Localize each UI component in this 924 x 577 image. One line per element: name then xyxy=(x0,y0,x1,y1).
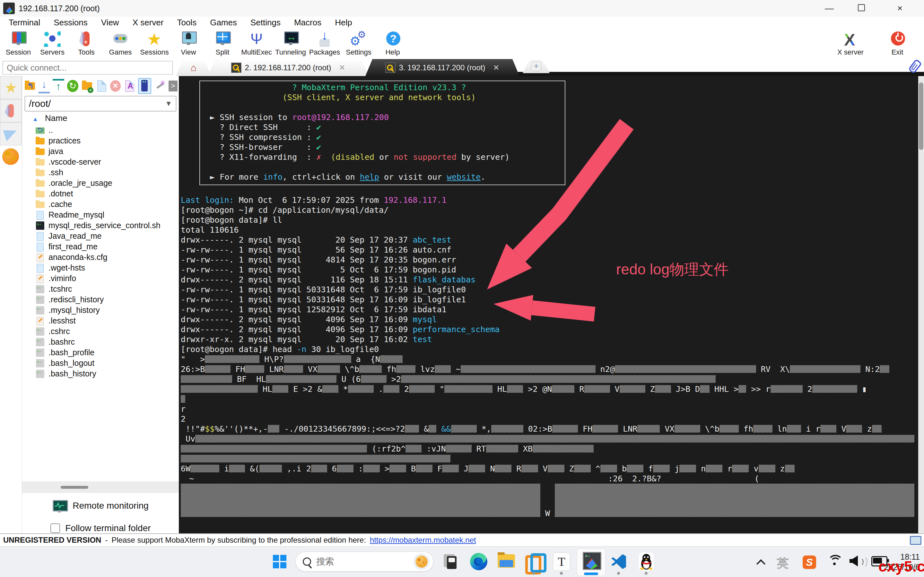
scrollbar-thumb[interactable] xyxy=(919,82,923,150)
file-row[interactable]: .lesshst xyxy=(25,316,177,326)
remote-monitoring-button[interactable]: Remote monitoring xyxy=(22,498,179,513)
menu-terminal[interactable]: Terminal xyxy=(2,17,47,29)
file-row[interactable]: .viminfo xyxy=(25,273,177,284)
toolbar-xserver-button[interactable]: X server xyxy=(834,29,868,58)
toolbar-packages-button[interactable]: Packages xyxy=(308,29,342,58)
toolbar-servers-button[interactable]: Servers xyxy=(35,29,69,58)
file-row[interactable]: anaconda-ks.cfg xyxy=(25,252,177,263)
file-row[interactable]: practices xyxy=(25,135,177,146)
minimize-button[interactable]: — xyxy=(816,0,843,17)
menu-view[interactable]: View xyxy=(94,17,126,29)
toolbar-sessions-button[interactable]: ★Sessions xyxy=(137,29,171,58)
tab-session-3-active[interactable]: 3. 192.168.117.200 (root) ✕ xyxy=(365,59,519,76)
taskbar-file-explorer-icon[interactable] xyxy=(496,551,517,572)
file-row[interactable]: Readme_mysql xyxy=(25,210,177,220)
tray-expand-icon[interactable] xyxy=(756,559,765,568)
close-button[interactable]: × xyxy=(886,0,914,17)
file-row[interactable]: .bashrc xyxy=(25,337,177,347)
filebar-rename-button[interactable]: A xyxy=(124,80,135,92)
taskbar-mobaxterm-icon-active[interactable] xyxy=(577,548,606,576)
file-row[interactable]: .mysql_history xyxy=(25,305,177,316)
folder-pale-icon xyxy=(35,179,45,187)
filebar-download-button[interactable]: ↓ xyxy=(39,79,50,93)
file-row[interactable]: .ssh xyxy=(25,167,177,178)
menu-help[interactable]: Help xyxy=(328,17,359,29)
file-row[interactable]: .tcshrc xyxy=(25,284,177,294)
file-row[interactable]: .wget-hsts xyxy=(25,263,177,273)
toolbar-settings-button[interactable]: Settings xyxy=(342,29,376,58)
statusbar-monitor-icon[interactable] xyxy=(910,536,921,545)
toolbar-session-button[interactable]: Session xyxy=(1,29,35,58)
tab-close-icon[interactable]: ✕ xyxy=(493,63,499,72)
filebar-wand-button[interactable] xyxy=(154,80,166,92)
taskbar-qq-icon[interactable] xyxy=(636,551,657,572)
quick-connect-input[interactable] xyxy=(3,61,173,74)
terminal-area[interactable]: ? MobaXterm Personal Edition v23.3 ? (SS… xyxy=(179,76,924,533)
filebar-open-terminal-button[interactable] xyxy=(138,78,151,94)
toolbar-exit-button[interactable]: Exit xyxy=(880,29,914,58)
filebar-new-folder-button[interactable]: + xyxy=(81,80,93,92)
tab-home[interactable]: ⌂ xyxy=(176,59,211,76)
checkbox-unchecked[interactable] xyxy=(50,524,60,533)
rail-macros-plane[interactable] xyxy=(0,122,22,145)
binary-noise xyxy=(812,385,857,393)
tab-close-icon[interactable]: ✕ xyxy=(339,63,345,72)
rail-favorites-star[interactable]: ★ xyxy=(0,76,22,99)
filebar-go-up-folder-button[interactable]: ↰ xyxy=(24,80,35,92)
start-button[interactable] xyxy=(269,551,290,572)
taskbar-search-box[interactable]: 搜索 xyxy=(295,552,434,572)
toolbar-split-button[interactable]: Split xyxy=(205,29,240,58)
file-row[interactable]: .cache xyxy=(25,199,177,210)
menu-sessions[interactable]: Sessions xyxy=(47,17,94,29)
path-combobox[interactable]: /root/ ▼ xyxy=(25,96,176,111)
tab-session-2[interactable]: 2. 192.168.117.200 (root) ✕ xyxy=(208,59,369,76)
taskbar-typora-icon[interactable]: T xyxy=(551,551,572,572)
name-column-header[interactable]: ▲ Name xyxy=(25,113,176,125)
wifi-icon[interactable] xyxy=(828,555,842,568)
volume-icon[interactable] xyxy=(850,556,866,567)
menu-x-server[interactable]: X server xyxy=(126,17,171,29)
panel-divider-handle[interactable] xyxy=(22,481,179,493)
file-row[interactable]: .cshrc xyxy=(25,326,177,337)
file-row[interactable]: .oracle_jre_usage xyxy=(25,178,177,189)
rail-tools-knife[interactable] xyxy=(0,99,22,122)
new-tab-button[interactable]: + xyxy=(522,59,550,73)
rail-network-globe[interactable] xyxy=(0,145,21,168)
menu-settings[interactable]: Settings xyxy=(243,17,287,29)
taskbar-edge-icon[interactable] xyxy=(468,551,489,572)
sogou-ime-icon[interactable]: S xyxy=(803,556,816,569)
toolbar-view-button[interactable]: View xyxy=(171,29,205,58)
filebar-refresh-button[interactable]: ↻ xyxy=(67,80,79,92)
taskbar-app-window-switcher[interactable] xyxy=(439,551,460,572)
file-row[interactable]: .bash_history xyxy=(25,368,177,379)
filebar-new-file-button[interactable] xyxy=(96,80,107,92)
file-row[interactable]: .bash_profile xyxy=(25,347,177,358)
terminal-scrollbar[interactable] xyxy=(918,76,924,533)
file-row[interactable]: .bash_logout xyxy=(25,358,177,368)
file-row[interactable]: .vscode-server xyxy=(25,156,177,167)
weather-moon-icon[interactable] xyxy=(413,553,430,570)
toolbar-multiexec-button[interactable]: ΨMultiExec xyxy=(240,29,274,58)
mobatek-link[interactable]: https://mobaxterm.mobatek.net xyxy=(370,536,476,545)
file-row[interactable]: .. xyxy=(25,125,177,135)
ime-language-indicator[interactable]: 英 xyxy=(777,556,789,571)
filebar-upload-button[interactable]: ↑ xyxy=(53,79,64,93)
taskbar-vmware-icon[interactable] xyxy=(523,551,545,572)
filebar-delete-button[interactable]: × xyxy=(110,80,121,92)
menu-games[interactable]: Games xyxy=(203,17,243,29)
toolbar-tools-button[interactable]: Tools xyxy=(69,29,103,58)
file-row[interactable]: first_read_me xyxy=(25,241,177,252)
file-row[interactable]: .dotnet xyxy=(25,189,177,199)
maximize-button[interactable] xyxy=(848,0,875,17)
filebar-expand-button[interactable]: > xyxy=(169,81,177,92)
toolbar-help-button[interactable]: Help xyxy=(376,29,410,58)
toolbar-games-button[interactable]: Games xyxy=(103,29,137,58)
file-row[interactable]: Java_read_me xyxy=(25,231,177,241)
taskbar-vscode-icon[interactable] xyxy=(608,551,629,572)
menu-tools[interactable]: Tools xyxy=(170,17,203,29)
file-row[interactable]: mysql_redis_service_control.sh xyxy=(25,220,177,231)
menu-macros[interactable]: Macros xyxy=(287,17,328,29)
file-row[interactable]: java xyxy=(25,146,177,156)
file-row[interactable]: .rediscli_history xyxy=(25,294,177,305)
toolbar-tunneling-button[interactable]: Tunneling xyxy=(274,29,308,58)
